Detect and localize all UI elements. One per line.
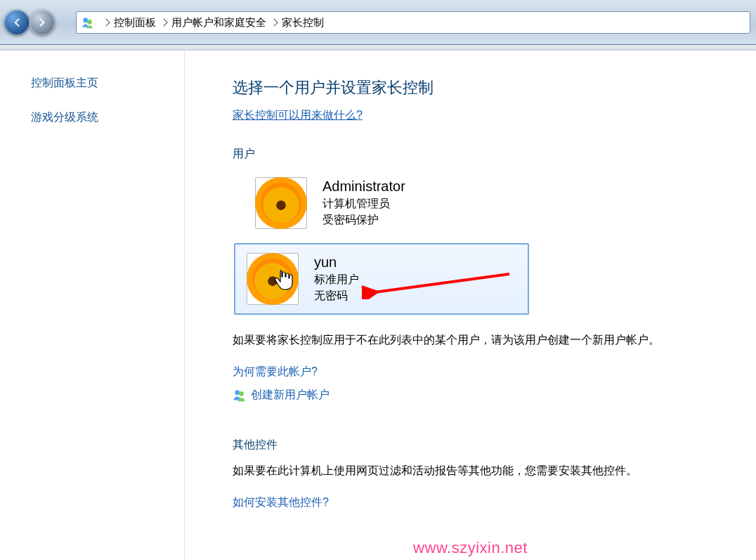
avatar [255,177,307,229]
breadcrumb-accounts[interactable]: 用户帐户和家庭安全 [171,15,267,31]
chevron-right-icon [102,18,110,26]
main-content: 选择一个用户并设置家长控制 家长控制可以用来做什么? 用户 Administra… [185,51,719,514]
nav-back-button[interactable] [4,10,30,35]
page-title: 选择一个用户并设置家长控制 [233,77,679,98]
create-account-note: 如果要将家长控制应用于不在此列表中的某个用户，请为该用户创建一个新用户帐户。 [233,332,679,349]
toolbar-divider [0,45,756,51]
nav-forward-button[interactable] [30,10,55,35]
user-card-administrator[interactable]: Administrator 计算机管理员 受密码保护 [242,167,679,239]
user-name: Administrator [322,178,405,195]
create-account-link[interactable]: 创建新用户帐户 [233,388,330,403]
user-role: 标准用户 [314,272,359,287]
section-heading-users: 用户 [233,147,679,162]
users-add-icon [233,388,247,402]
other-controls-note: 如果要在此计算机上使用网页过滤和活动报告等其他功能，您需要安装其他控件。 [233,462,679,480]
why-account-link[interactable]: 为何需要此帐户? [233,365,318,379]
sidebar: 控制面板主页 游戏分级系统 [0,51,184,560]
watermark-text: www.szyixin.net [413,539,528,557]
user-role: 计算机管理员 [322,196,405,211]
svg-point-0 [83,18,88,22]
sidebar-link-home[interactable]: 控制面板主页 [31,76,167,91]
chevron-right-icon [159,18,167,26]
breadcrumb-parental[interactable]: 家长控制 [281,15,325,31]
address-bar[interactable]: 控制面板 用户帐户和家庭安全 家长控制 [76,11,750,34]
svg-point-3 [239,391,244,396]
svg-point-1 [87,20,92,25]
sidebar-link-rating[interactable]: 游戏分级系统 [31,110,167,125]
svg-point-2 [235,391,240,396]
users-shield-icon [81,15,95,30]
arrow-left-icon [11,16,23,29]
how-install-link[interactable]: 如何安装其他控件? [233,495,329,510]
breadcrumb-root[interactable]: 控制面板 [113,15,157,31]
user-status: 无密码 [314,288,359,304]
create-account-label: 创建新用户帐户 [251,388,330,403]
avatar [247,253,299,305]
section-heading-other: 其他控件 [233,438,679,452]
arrow-right-icon [36,16,48,29]
help-link[interactable]: 家长控制可以用来做什么? [233,109,363,121]
chevron-right-icon [270,18,278,26]
user-name: yun [314,254,359,271]
user-card-yun[interactable]: yun 标准用户 无密码 [234,243,529,315]
window-titlebar: 控制面板 用户帐户和家庭安全 家长控制 [0,0,756,45]
user-status: 受密码保护 [322,212,405,228]
